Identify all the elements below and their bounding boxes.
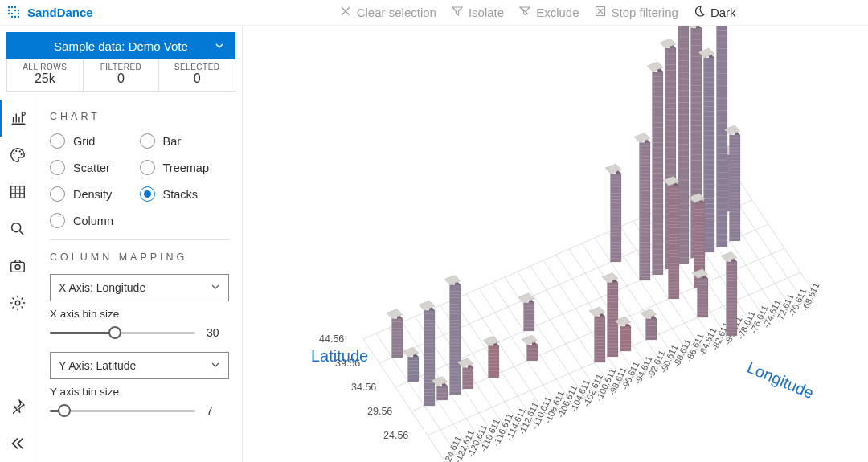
app-logo: SandDance: [6, 5, 93, 21]
svg-point-2: [14, 6, 16, 7]
mapping-section-title: COLUMN MAPPING: [50, 251, 229, 263]
chevron-down-icon: [211, 281, 220, 294]
svg-line-52: [736, 176, 817, 296]
filter-out-icon: [518, 5, 531, 20]
svg-point-6: [8, 12, 10, 14]
isolate-label: Isolate: [469, 6, 504, 19]
svg-point-1: [11, 6, 13, 7]
data-source-dropdown[interactable]: Sample data: Demo Vote: [6, 32, 235, 59]
svg-rect-20: [10, 262, 24, 272]
chart-type-treemap[interactable]: Treemap: [140, 160, 230, 175]
rail-search[interactable]: [0, 211, 35, 247]
y-axis-title: Latitude: [311, 347, 368, 366]
stat-all-rows-value: 25k: [7, 72, 83, 86]
clear-selection-label: Clear selection: [357, 6, 436, 19]
y-bin-slider[interactable]: [50, 403, 195, 419]
svg-point-14: [13, 153, 14, 154]
svg-point-11: [18, 15, 19, 17]
rail-snapshot[interactable]: [0, 247, 35, 284]
stat-selected-label: SELECTED: [159, 63, 235, 72]
rail-color[interactable]: [0, 137, 35, 174]
chart-type-scatter[interactable]: Scatter: [50, 160, 140, 175]
radio-icon: [140, 186, 155, 202]
moon-icon: [693, 5, 706, 20]
radio-icon: [50, 133, 65, 149]
rail-collapse[interactable]: [0, 425, 35, 462]
radio-icon: [140, 133, 155, 149]
svg-text:44.56: 44.56: [319, 333, 344, 345]
radio-icon: [50, 186, 65, 202]
stat-filtered-value: 0: [84, 72, 159, 86]
stat-filtered: FILTERED 0: [84, 59, 160, 91]
chart-type-label: Density: [73, 188, 112, 201]
chevron-down-icon: [211, 359, 220, 372]
stat-selected-value: 0: [159, 72, 235, 86]
svg-point-15: [15, 150, 17, 152]
chart-type-label: Grid: [73, 135, 95, 148]
svg-line-34: [505, 277, 585, 398]
filter-icon: [451, 5, 464, 20]
svg-rect-683: [608, 283, 618, 357]
svg-text:24.56: 24.56: [383, 430, 408, 441]
isolate-button[interactable]: Isolate: [451, 5, 504, 20]
y-axis-dropdown[interactable]: Y Axis: Latitude: [50, 352, 229, 379]
x-axis-value: X Axis: Longitude: [59, 281, 145, 294]
x-bin-slider[interactable]: [50, 325, 195, 341]
side-rail: [0, 96, 35, 462]
chart-type-column[interactable]: Column: [50, 213, 140, 228]
svg-point-0: [8, 6, 10, 7]
svg-point-9: [11, 15, 13, 17]
chart-type-density[interactable]: Density: [50, 186, 140, 202]
svg-rect-602: [669, 186, 679, 299]
chart-type-label: Bar: [163, 135, 182, 148]
chart-type-label: Stacks: [163, 188, 199, 201]
x-bin-label: X axis bin size: [50, 308, 229, 320]
chart-type-stacks[interactable]: Stacks: [140, 186, 230, 202]
data-source-label: Sample data: Demo Vote: [54, 39, 188, 53]
chart-type-bar[interactable]: Bar: [140, 133, 230, 149]
visualization-canvas[interactable]: 44.5639.5634.5629.5624.56-124.611-122.61…: [243, 26, 868, 462]
radio-icon: [50, 213, 65, 228]
svg-rect-504: [424, 310, 435, 406]
chart-type-grid[interactable]: Grid: [50, 133, 140, 149]
svg-rect-18: [10, 186, 24, 198]
svg-point-10: [14, 15, 16, 17]
exclude-button[interactable]: Exclude: [518, 5, 579, 20]
svg-point-5: [18, 9, 19, 10]
topbar: SandDance Clear selection Isolate Exclud…: [0, 0, 868, 26]
close-icon: [339, 5, 352, 20]
svg-point-4: [14, 9, 16, 10]
chart-section-title: CHART: [50, 111, 229, 122]
rail-settings[interactable]: [0, 284, 35, 321]
radio-icon: [50, 160, 65, 175]
rail-data[interactable]: [0, 174, 35, 211]
svg-point-13: [22, 112, 25, 116]
stat-all-rows-label: ALL ROWS: [7, 63, 83, 72]
x-axis-dropdown[interactable]: X Axis: Longitude: [50, 274, 229, 301]
svg-text:29.56: 29.56: [367, 406, 392, 417]
panel-divider: [50, 239, 229, 240]
chart-type-label: Column: [73, 215, 113, 227]
svg-line-35: [518, 272, 598, 392]
stat-filtered-label: FILTERED: [84, 63, 159, 72]
clear-selection-button[interactable]: Clear selection: [339, 5, 436, 20]
chart-type-label: Scatter: [73, 161, 110, 174]
svg-text:34.56: 34.56: [351, 382, 376, 393]
chart-panel: CHART GridBarScatterTreemapDensityStacks…: [35, 96, 242, 462]
radio-icon: [140, 160, 155, 175]
svg-rect-585: [489, 345, 499, 378]
exclude-label: Exclude: [536, 6, 579, 19]
svg-rect-427: [717, 26, 727, 247]
svg-rect-739: [727, 262, 737, 336]
sanddance-icon: [6, 5, 23, 21]
rail-pin[interactable]: [0, 388, 35, 425]
rail-chart[interactable]: [0, 100, 35, 137]
dark-label: Dark: [710, 6, 736, 19]
svg-point-21: [15, 264, 20, 269]
stop-filtering-label: Stop filtering: [612, 6, 678, 19]
x-bin-value: 30: [207, 326, 229, 339]
stop-filtering-button[interactable]: Stop filtering: [594, 5, 678, 20]
dark-mode-button[interactable]: Dark: [693, 5, 736, 20]
stat-selected: SELECTED 0: [159, 59, 235, 91]
chart-type-label: Treemap: [163, 161, 209, 174]
